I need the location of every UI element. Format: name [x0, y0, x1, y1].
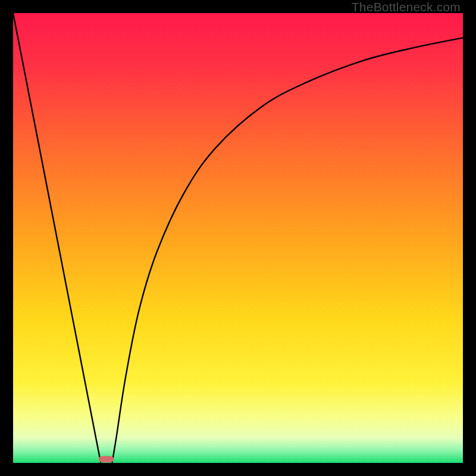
watermark-text: TheBottleneck.com	[352, 0, 461, 14]
chart-svg	[13, 13, 463, 463]
bottleneck-marker	[99, 456, 114, 462]
chart-frame: TheBottleneck.com	[0, 0, 476, 476]
chart-background	[13, 13, 463, 463]
